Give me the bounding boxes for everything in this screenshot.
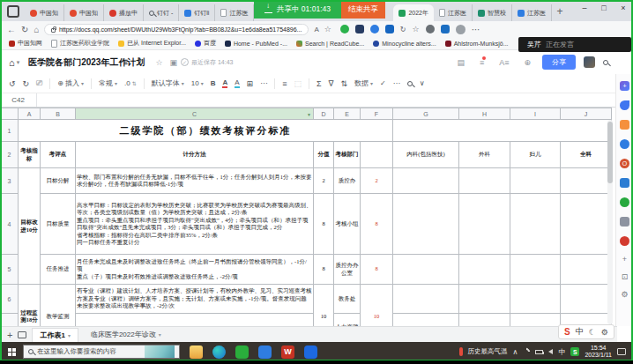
restore-button[interactable]: □	[594, 0, 614, 16]
tree-icon[interactable]	[620, 197, 629, 207]
browser-tab-2[interactable]: 播放中	[104, 4, 144, 21]
grammarly-extension-icon[interactable]	[340, 25, 349, 33]
col-header-A[interactable]: A	[19, 108, 41, 120]
font-color-button[interactable]: A	[222, 79, 227, 88]
bookmark-baidu[interactable]: 百度	[195, 39, 216, 48]
heart-icon[interactable]	[620, 236, 629, 246]
cell[interactable]	[510, 255, 561, 285]
tencent-meeting-icon[interactable]	[304, 345, 317, 359]
endnote-extension-icon[interactable]	[355, 25, 364, 33]
data-menu[interactable]: 数据▾	[354, 78, 373, 88]
row-header-5[interactable]: 5	[1, 255, 19, 285]
filter-icon[interactable]: ▼	[307, 112, 311, 117]
header-cell-g[interactable]: 内科(包括医技)	[393, 142, 459, 168]
bookmark-ie-folder[interactable]: 已从 Internet Explor...	[118, 39, 186, 48]
dingtalk-icon[interactable]	[258, 345, 272, 359]
format-painter-button[interactable]: ⎚	[36, 78, 42, 88]
network-icon[interactable]	[522, 346, 532, 356]
borders-button[interactable]: ⊞	[247, 79, 254, 88]
cell-b5[interactable]: 任务推进	[41, 255, 76, 285]
clock[interactable]: 15:542023/1/11	[585, 345, 612, 359]
cell[interactable]	[510, 168, 561, 194]
chart-icon[interactable]	[620, 217, 629, 227]
sheet-list-icon[interactable]	[18, 331, 26, 338]
cell-c7[interactable]: 组织指导教师、团队制定计划，并督促执行，无计划或未推进，-0.5分/项	[76, 314, 314, 327]
row-header-7[interactable]: 7	[1, 314, 19, 327]
row-header-4[interactable]: 4	[1, 194, 19, 255]
contacts-icon[interactable]	[620, 139, 629, 149]
browser-tab-0[interactable]: 中国知	[25, 4, 64, 21]
header-cell-h[interactable]: 外科	[459, 142, 510, 168]
settings-more-icon[interactable]: ⋯	[472, 25, 480, 34]
sheet-title-cell[interactable]: 二级学院（部）绩效考核评分标准	[19, 120, 393, 142]
cell[interactable]	[393, 120, 612, 142]
cell[interactable]	[361, 142, 393, 168]
sort-button[interactable]: ⇅	[341, 79, 348, 88]
battery-icon[interactable]	[535, 350, 543, 354]
doc-search-icon[interactable]	[603, 60, 608, 65]
action-center-icon[interactable]	[617, 348, 626, 355]
cell[interactable]	[393, 194, 459, 255]
col-header-B[interactable]: B	[41, 108, 76, 120]
add-sheet-button[interactable]: +	[7, 330, 12, 340]
docs-home-icon[interactable]: ⌂	[9, 57, 15, 68]
home-icon[interactable]: ⌂	[34, 25, 39, 34]
redo-button[interactable]: ↻	[23, 79, 30, 88]
cell-d4[interactable]: 8	[314, 194, 334, 255]
user-avatar[interactable]	[584, 56, 595, 68]
header-cell-d[interactable]: 分值	[314, 142, 334, 168]
cell[interactable]	[393, 255, 459, 285]
header-cell-i[interactable]: 妇儿	[510, 142, 561, 168]
bookmark-ahlstrom[interactable]: Ahlstrom-Munksjö...	[445, 41, 509, 47]
cell-f3[interactable]: 2	[361, 168, 393, 194]
history-icon[interactable]: ↻	[400, 26, 406, 33]
header-cell-c[interactable]: 计分方法	[76, 142, 314, 168]
favorites-bar-icon[interactable]: ☆	[413, 25, 420, 33]
cell-e5[interactable]: 质控办办公室	[334, 255, 361, 285]
browser-tab-6[interactable]: 2022年	[393, 4, 434, 21]
browser-tab-1[interactable]: 中国知	[64, 4, 104, 21]
header-cell-a[interactable]: 考核指标	[19, 142, 41, 168]
url-field[interactable]: https://docs.qq.com/sheet/DWUthU29Wb3FtQ…	[44, 24, 309, 35]
browser-tab-3[interactable]: 钉钉 -	[144, 4, 179, 21]
cell[interactable]	[459, 285, 510, 314]
browser-tab-8[interactable]: 智慧校	[473, 4, 512, 21]
cell[interactable]	[510, 194, 561, 255]
move-icon[interactable]: ▣	[170, 58, 178, 67]
browser-tab-4[interactable]: 钉钉li	[179, 4, 215, 21]
cell[interactable]	[561, 194, 612, 255]
back-icon[interactable]: ←	[7, 25, 16, 34]
approval-icon[interactable]: ▤	[457, 58, 465, 67]
ai-assistant-icon[interactable]: +	[620, 81, 629, 91]
text-style-icon[interactable]: A≡	[499, 58, 509, 67]
cell-reference[interactable]: C42	[0, 93, 37, 107]
insert-button[interactable]: ⊕插入▾	[57, 78, 84, 88]
cell-c5[interactable]: 月任务未完成且未及时调整改进致任务终止（终止前一月书面报请分管校领导同意），-1…	[76, 255, 314, 285]
sogou-tray-icon[interactable]: S	[570, 347, 579, 356]
badge-extension-icon[interactable]	[385, 25, 394, 33]
add-dock-item-icon[interactable]: +	[622, 256, 627, 264]
browser-tab-5[interactable]: 江苏医	[215, 4, 254, 21]
wps-icon[interactable]: W	[281, 345, 294, 359]
expand-dock-icon[interactable]: ⊡	[622, 273, 629, 281]
end-share-button[interactable]: 结束共享	[341, 0, 385, 19]
header-cell-b[interactable]: 考评点	[41, 142, 76, 168]
cell[interactable]	[510, 285, 561, 314]
ime-settings-gear-icon[interactable]: ⚙	[601, 328, 608, 337]
cell[interactable]	[393, 314, 459, 327]
col-header-E[interactable]: E	[334, 108, 361, 120]
kite-extension-icon[interactable]	[370, 25, 379, 33]
edge-browser-icon[interactable]	[212, 345, 226, 359]
menu-icon[interactable]: ≡	[480, 58, 484, 67]
refresh-icon[interactable]: ↻	[21, 25, 28, 34]
cell[interactable]	[561, 255, 612, 285]
vertical-scrollbar[interactable]	[607, 120, 613, 324]
formula-input[interactable]	[37, 93, 617, 107]
cell-d3[interactable]: 2	[314, 168, 334, 194]
tab-search-icon[interactable]	[7, 5, 19, 18]
filter-button[interactable]: ∇	[328, 79, 333, 88]
cell-d67[interactable]: 10	[314, 285, 334, 327]
cell[interactable]	[561, 285, 612, 314]
col-header-H[interactable]: H	[459, 108, 510, 120]
cell-d5[interactable]: 8	[314, 255, 334, 285]
